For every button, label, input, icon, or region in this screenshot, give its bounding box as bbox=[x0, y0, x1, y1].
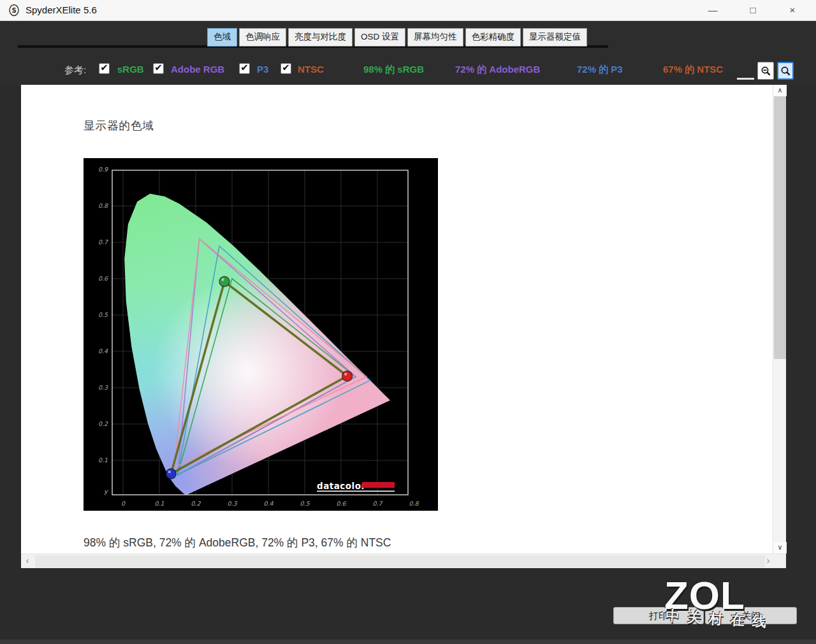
divider-dash bbox=[737, 78, 754, 80]
horizontal-scrollbar[interactable]: ‹ › bbox=[21, 553, 786, 568]
checkbox-label-adobe-rgb[interactable]: Adobe RGB bbox=[171, 64, 224, 75]
svg-text:0.1: 0.1 bbox=[98, 457, 108, 464]
scroll-right-button[interactable]: › bbox=[762, 554, 775, 568]
svg-text:0.4: 0.4 bbox=[263, 500, 273, 507]
scroll-left-button[interactable]: ‹ bbox=[21, 554, 34, 568]
spyder-logo-icon: S bbox=[8, 4, 20, 17]
checkbox-check-icon: ✔ bbox=[154, 62, 163, 73]
coverage-summary: 98% 的 sRGB, 72% 的 AdobeRGB, 72% 的 P3, 67… bbox=[84, 535, 391, 550]
coverage-srgb: 98% 的 sRGB bbox=[363, 64, 424, 76]
coverage-p3: 72% 的 P3 bbox=[577, 64, 623, 76]
svg-text:0.2: 0.2 bbox=[191, 500, 201, 507]
window-title: SpyderXElite 5.6 bbox=[26, 4, 97, 15]
vertical-scroll-thumb[interactable] bbox=[774, 96, 786, 359]
datacolor-logo-text: datacolor bbox=[317, 481, 366, 491]
checkbox-check-icon: ✔ bbox=[282, 62, 290, 73]
svg-text:0.5: 0.5 bbox=[98, 311, 108, 318]
top-panel: 色域 色调响应 亮度与对比度 OSD 设置 屏幕均匀性 色彩精确度 显示器额定值… bbox=[0, 22, 816, 85]
datacolor-red-bar bbox=[362, 482, 395, 488]
svg-text:0: 0 bbox=[121, 500, 126, 507]
scroll-down-button[interactable]: ∨ bbox=[773, 542, 787, 553]
maximize-button[interactable]: □ bbox=[738, 0, 768, 20]
scroll-up-button[interactable]: ∧ bbox=[773, 85, 787, 96]
checkbox-adobe-rgb[interactable]: ✔ bbox=[153, 63, 164, 74]
tab-display-rating[interactable]: 显示器额定值 bbox=[523, 28, 587, 47]
checkbox-p3[interactable]: ✔ bbox=[239, 63, 250, 74]
svg-text:0.3: 0.3 bbox=[98, 384, 108, 391]
checkbox-label-ntsc[interactable]: NTSC bbox=[298, 64, 324, 75]
cie-chromaticity-diagram: 00.10.20.30.40.50.60.70.80.10.20.30.40.5… bbox=[84, 158, 438, 511]
zoom-out-icon bbox=[761, 66, 771, 77]
zoom-in-button[interactable] bbox=[777, 62, 794, 80]
minimize-button[interactable]: — bbox=[698, 0, 727, 20]
svg-text:0.7: 0.7 bbox=[372, 500, 382, 507]
svg-text:0.4: 0.4 bbox=[98, 348, 108, 355]
vertical-scrollbar[interactable]: ∧ ∨ bbox=[773, 85, 786, 553]
tab-screen-uniformity[interactable]: 屏幕均匀性 bbox=[407, 28, 463, 47]
tab-brightness-contrast[interactable]: 亮度与对比度 bbox=[288, 28, 353, 47]
horizontal-scroll-thumb[interactable] bbox=[35, 555, 765, 567]
svg-text:0.6: 0.6 bbox=[336, 500, 346, 507]
datacolor-underline bbox=[317, 491, 395, 492]
svg-text:S: S bbox=[11, 7, 16, 14]
svg-text:0.1: 0.1 bbox=[154, 500, 164, 507]
page-title: 显示器的色域 bbox=[84, 118, 154, 133]
checkbox-check-icon: ✔ bbox=[240, 62, 249, 73]
reference-label: 参考: bbox=[64, 64, 86, 77]
checkbox-label-p3[interactable]: P3 bbox=[257, 64, 268, 75]
window-bottom-edge bbox=[0, 640, 816, 644]
tab-color-accuracy[interactable]: 色彩精确度 bbox=[465, 28, 521, 47]
checkbox-label-srgb[interactable]: sRGB bbox=[117, 64, 144, 75]
svg-text:0.8: 0.8 bbox=[98, 202, 108, 209]
tab-bar: 色域 色调响应 亮度与对比度 OSD 设置 屏幕均匀性 色彩精确度 显示器额定值 bbox=[207, 28, 587, 47]
checkbox-srgb[interactable]: ✔ bbox=[99, 63, 110, 74]
tab-osd-settings[interactable]: OSD 设置 bbox=[354, 28, 405, 47]
svg-text:0.8: 0.8 bbox=[409, 500, 419, 507]
svg-text:0.5: 0.5 bbox=[300, 500, 310, 507]
svg-text:0.7: 0.7 bbox=[98, 238, 108, 245]
checkbox-check-icon: ✔ bbox=[100, 62, 108, 73]
coverage-adobergb: 72% 的 AdobeRGB bbox=[455, 64, 540, 76]
close-button[interactable]: × bbox=[778, 0, 807, 20]
gamut-chart: 00.10.20.30.40.50.60.70.80.10.20.30.40.5… bbox=[84, 158, 438, 511]
svg-text:0.9: 0.9 bbox=[98, 166, 108, 173]
title-bar: S SpyderXElite 5.6 — □ × bbox=[0, 0, 816, 21]
svg-text:0.2: 0.2 bbox=[98, 420, 108, 427]
zoom-in-icon bbox=[780, 66, 791, 77]
checkbox-ntsc[interactable]: ✔ bbox=[280, 63, 291, 74]
svg-text:0.6: 0.6 bbox=[98, 275, 108, 282]
tab-tone-response[interactable]: 色调响应 bbox=[239, 28, 286, 47]
zoom-out-button[interactable] bbox=[757, 62, 774, 80]
report-page: 显示器的色域 bbox=[21, 85, 773, 553]
coverage-ntsc: 67% 的 NTSC bbox=[663, 64, 723, 76]
svg-text:0.3: 0.3 bbox=[227, 500, 237, 507]
tab-gamut[interactable]: 色域 bbox=[207, 28, 237, 47]
